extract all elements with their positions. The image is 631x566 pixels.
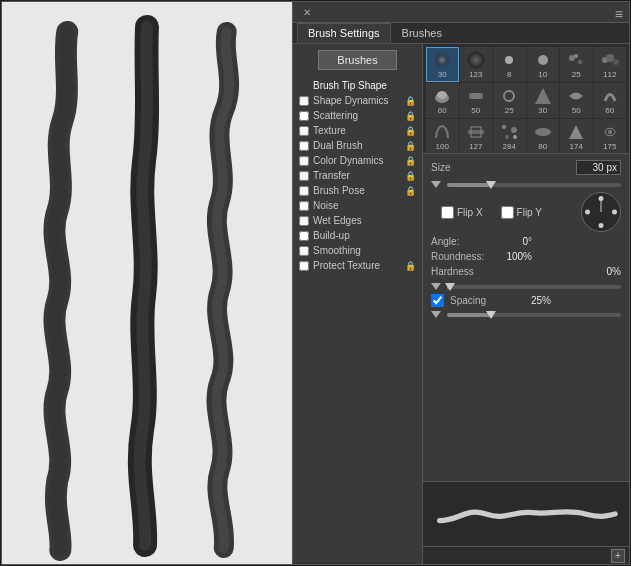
settings-item-brush-pose[interactable]: Brush Pose 🔒 bbox=[293, 183, 422, 198]
spacing-slider-container[interactable] bbox=[447, 313, 621, 317]
checkbox-color-dynamics[interactable] bbox=[299, 156, 309, 166]
settings-item-color-dynamics[interactable]: Color Dynamics 🔒 bbox=[293, 153, 422, 168]
spacing-slider-fill bbox=[447, 313, 491, 317]
size-label: Size bbox=[431, 162, 491, 173]
brushes-button[interactable]: Brushes bbox=[318, 50, 396, 70]
brush-preset-7[interactable]: 50 bbox=[460, 83, 493, 118]
brush-preset-17[interactable]: 175 bbox=[594, 119, 627, 154]
brush-icon-8 bbox=[499, 86, 519, 106]
settings-label: Shape Dynamics bbox=[313, 95, 389, 106]
brush-preset-4[interactable]: 25 bbox=[560, 47, 593, 82]
svg-point-21 bbox=[513, 135, 517, 139]
checkbox-wet-edges[interactable] bbox=[299, 216, 309, 226]
svg-marker-15 bbox=[535, 88, 551, 104]
brush-preset-1[interactable]: 123 bbox=[460, 47, 493, 82]
hardness-slider-thumb bbox=[445, 283, 455, 291]
brush-preset-0[interactable]: 30 bbox=[426, 47, 459, 82]
settings-item-build-up[interactable]: Build-up bbox=[293, 228, 422, 243]
checkbox-texture[interactable] bbox=[299, 126, 309, 136]
settings-label: Protect Texture bbox=[313, 260, 380, 271]
svg-point-18 bbox=[502, 125, 506, 129]
hardness-slider-track[interactable] bbox=[447, 285, 621, 289]
size-slider-container[interactable] bbox=[447, 183, 621, 187]
tab-bar: Brush Settings Brushes bbox=[293, 23, 629, 44]
size-slider-thumb bbox=[486, 181, 496, 189]
size-slider-track[interactable] bbox=[447, 183, 621, 187]
checkbox-protect-texture[interactable] bbox=[299, 261, 309, 271]
brush-preset-16[interactable]: 174 bbox=[560, 119, 593, 154]
angle-circle[interactable] bbox=[581, 192, 621, 232]
hardness-slider-row bbox=[431, 283, 621, 290]
panel-header: ✕ ≡ bbox=[293, 2, 629, 23]
add-button[interactable]: + bbox=[611, 549, 625, 563]
settings-item-scattering[interactable]: Scattering 🔒 bbox=[293, 108, 422, 123]
controls-area: Size bbox=[423, 154, 629, 481]
checkbox-build-up[interactable] bbox=[299, 231, 309, 241]
settings-item-smoothing[interactable]: Smoothing bbox=[293, 243, 422, 258]
svg-point-14 bbox=[504, 91, 514, 101]
settings-label: Texture bbox=[313, 125, 346, 136]
brush-preset-5[interactable]: 112 bbox=[594, 47, 627, 82]
close-icon[interactable]: ✕ bbox=[301, 6, 313, 18]
settings-item-wet-edges[interactable]: Wet Edges bbox=[293, 213, 422, 228]
size-triangle-left bbox=[431, 181, 441, 188]
settings-item-shape-dynamics[interactable]: Shape Dynamics 🔒 bbox=[293, 93, 422, 108]
angle-value: 0° bbox=[497, 236, 532, 247]
brush-icon-16 bbox=[566, 122, 586, 142]
angle-dot-left bbox=[585, 210, 590, 215]
brush-preset-3[interactable]: 10 bbox=[527, 47, 560, 82]
brush-preset-10[interactable]: 50 bbox=[560, 83, 593, 118]
checkbox-scattering[interactable] bbox=[299, 111, 309, 121]
lock-icon: 🔒 bbox=[405, 186, 416, 196]
svg-point-12 bbox=[437, 91, 447, 99]
lock-icon: 🔒 bbox=[405, 261, 416, 271]
spacing-triangle-icon bbox=[431, 311, 441, 318]
settings-item-noise[interactable]: Noise bbox=[293, 198, 422, 213]
brush-icon-0 bbox=[432, 50, 452, 70]
settings-label: Dual Brush bbox=[313, 140, 362, 151]
settings-item-texture[interactable]: Texture 🔒 bbox=[293, 123, 422, 138]
settings-item-protect-texture[interactable]: Protect Texture 🔒 bbox=[293, 258, 422, 273]
checkbox-noise[interactable] bbox=[299, 201, 309, 211]
flip-x-checkbox[interactable] bbox=[441, 206, 454, 219]
menu-icon[interactable]: ≡ bbox=[615, 6, 623, 22]
brush-preset-12[interactable]: 100 bbox=[426, 119, 459, 154]
brush-preset-11[interactable]: 60 bbox=[594, 83, 627, 118]
svg-rect-13 bbox=[469, 93, 483, 99]
checkbox-smoothing[interactable] bbox=[299, 246, 309, 256]
spacing-checkbox[interactable] bbox=[431, 294, 444, 307]
brush-preset-8[interactable]: 25 bbox=[493, 83, 526, 118]
spacing-slider-thumb bbox=[486, 311, 496, 319]
angle-row: Angle: 0° bbox=[431, 236, 621, 247]
svg-point-10 bbox=[613, 59, 619, 65]
tab-brushes[interactable]: Brushes bbox=[391, 23, 453, 43]
brush-preset-9[interactable]: 30 bbox=[527, 83, 560, 118]
settings-item-dual-brush[interactable]: Dual Brush 🔒 bbox=[293, 138, 422, 153]
settings-item-transfer[interactable]: Transfer 🔒 bbox=[293, 168, 422, 183]
checkbox-brush-pose[interactable] bbox=[299, 186, 309, 196]
brush-preset-15[interactable]: 80 bbox=[527, 119, 560, 154]
settings-item-brush-tip-shape[interactable]: Brush Tip Shape bbox=[293, 78, 422, 93]
brush-icon-1 bbox=[466, 50, 486, 70]
spacing-slider-track[interactable] bbox=[447, 313, 621, 317]
checkbox-dual-brush[interactable] bbox=[299, 141, 309, 151]
settings-list: Brush Tip Shape Shape Dynamics 🔒 Scatter… bbox=[293, 76, 422, 564]
brush-icon-9 bbox=[533, 86, 553, 106]
roundness-value: 100% bbox=[497, 251, 532, 262]
panel-footer: + bbox=[423, 546, 629, 564]
hardness-slider-container[interactable] bbox=[447, 285, 621, 289]
checkbox-transfer[interactable] bbox=[299, 171, 309, 181]
tab-brush-settings[interactable]: Brush Settings bbox=[297, 23, 391, 43]
brush-icon-14 bbox=[499, 122, 519, 142]
flip-x-label: Flip X bbox=[457, 207, 483, 218]
flip-y-label: Flip Y bbox=[517, 207, 542, 218]
svg-point-22 bbox=[535, 128, 551, 136]
brush-preset-13[interactable]: 127 bbox=[460, 119, 493, 154]
checkbox-shape-dynamics[interactable] bbox=[299, 96, 309, 106]
brush-preset-2[interactable]: 8 bbox=[493, 47, 526, 82]
flip-y-checkbox[interactable] bbox=[501, 206, 514, 219]
size-input[interactable] bbox=[576, 160, 621, 175]
brush-preset-6[interactable]: 60 bbox=[426, 83, 459, 118]
svg-point-6 bbox=[578, 60, 582, 64]
brush-preset-14[interactable]: 284 bbox=[493, 119, 526, 154]
